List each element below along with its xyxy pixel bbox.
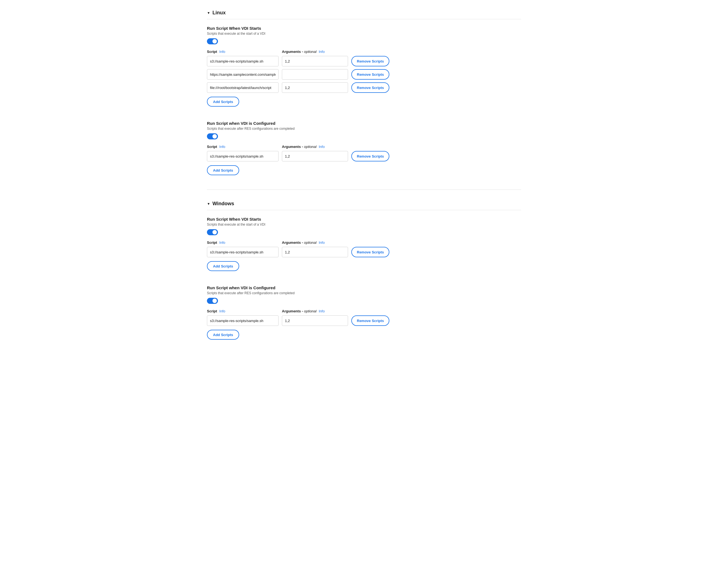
linux-vdi-configured-args-info[interactable]: Info: [319, 144, 325, 149]
windows-vdi-starts-add-btn[interactable]: Add Scripts: [207, 261, 239, 271]
linux-vdi-configured-remove-btn-0[interactable]: Remove Scripts: [351, 151, 389, 161]
windows-vdi-starts: Run Script When VDI Starts Scripts that …: [207, 217, 521, 278]
windows-vdi-starts-args-header-col: Arguments - optional Info: [282, 240, 348, 245]
windows-vdi-configured-args-input-0[interactable]: [282, 315, 348, 326]
windows-vdi-starts-script-input-0[interactable]: [207, 247, 279, 257]
windows-vdi-starts-script-info[interactable]: Info: [219, 240, 226, 245]
linux-vdi-starts-script-input-2[interactable]: [207, 82, 279, 93]
linux-vdi-starts-args-header-col: Arguments - optional Info: [282, 50, 348, 54]
linux-vdi-starts-script-label: Script: [207, 50, 217, 54]
linux-vdi-starts-script-input-0[interactable]: [207, 56, 279, 67]
windows-section-title: Windows: [212, 201, 234, 207]
linux-vdi-configured-toggle[interactable]: [207, 133, 218, 139]
linux-vdi-starts-args-input-2[interactable]: [282, 82, 348, 93]
linux-vdi-starts-headers: Script Info Arguments - optional Info: [207, 50, 521, 54]
linux-vdi-starts-args-input-1[interactable]: [282, 69, 348, 80]
linux-vdi-configured-script-input-0[interactable]: [207, 151, 279, 161]
page-container: ▼ Linux Run Script When VDI Starts Scrip…: [199, 0, 529, 360]
linux-chevron-icon: ▼: [207, 11, 210, 15]
windows-vdi-starts-script-label: Script: [207, 240, 217, 245]
windows-vdi-configured: Run Script when VDI is Configured Script…: [207, 285, 521, 346]
windows-chevron-icon: ▼: [207, 202, 210, 206]
linux-vdi-configured-script-header-col: Script Info: [207, 144, 279, 149]
windows-vdi-starts-title: Run Script When VDI Starts: [207, 217, 521, 221]
linux-vdi-starts-script-input-1[interactable]: [207, 69, 279, 80]
linux-vdi-starts-add-btn[interactable]: Add Scripts: [207, 97, 239, 107]
linux-vdi-starts-row-2: Remove Scripts: [207, 82, 521, 93]
linux-vdi-starts-script-header-col: Script Info: [207, 50, 279, 54]
windows-vdi-starts-headers: Script Info Arguments - optional Info: [207, 240, 521, 245]
linux-vdi-starts: Run Script When VDI Starts Scripts that …: [207, 26, 521, 113]
windows-vdi-configured-args-header-col: Arguments - optional Info: [282, 309, 348, 313]
windows-section-header: ▼ Windows: [207, 196, 521, 210]
windows-vdi-configured-args-info[interactable]: Info: [319, 309, 325, 313]
linux-section-header: ▼ Linux: [207, 5, 521, 19]
windows-vdi-configured-args-label: Arguments - optional: [282, 309, 317, 313]
windows-vdi-configured-row-0: Remove Scripts: [207, 315, 521, 326]
windows-vdi-configured-script-header-col: Script Info: [207, 309, 279, 313]
linux-vdi-configured-headers: Script Info Arguments - optional Info: [207, 144, 521, 149]
windows-vdi-starts-desc: Scripts that execute at the start of a V…: [207, 222, 521, 227]
windows-vdi-configured-title: Run Script when VDI is Configured: [207, 285, 521, 290]
windows-vdi-starts-args-label: Arguments - optional: [282, 240, 317, 245]
linux-vdi-starts-remove-btn-1[interactable]: Remove Scripts: [351, 69, 389, 80]
windows-vdi-starts-script-header-col: Script Info: [207, 240, 279, 245]
linux-vdi-configured: Run Script when VDI is Configured Script…: [207, 121, 521, 182]
linux-vdi-starts-toggle[interactable]: [207, 38, 218, 44]
windows-vdi-starts-args-input-0[interactable]: [282, 247, 348, 257]
linux-vdi-configured-args-label: Arguments - optional: [282, 144, 317, 149]
linux-vdi-starts-args-input-0[interactable]: [282, 56, 348, 67]
linux-vdi-configured-title: Run Script when VDI is Configured: [207, 121, 521, 126]
linux-vdi-starts-remove-btn-0[interactable]: Remove Scripts: [351, 56, 389, 67]
linux-vdi-configured-args-header-col: Arguments - optional Info: [282, 144, 348, 149]
linux-vdi-configured-desc: Scripts that execute after RES configura…: [207, 127, 521, 131]
windows-vdi-configured-desc: Scripts that execute after RES configura…: [207, 291, 521, 295]
linux-vdi-starts-title: Run Script When VDI Starts: [207, 26, 521, 31]
linux-windows-divider: [207, 189, 521, 190]
linux-vdi-starts-row-0: Remove Scripts: [207, 56, 521, 67]
linux-vdi-configured-script-info[interactable]: Info: [219, 144, 226, 149]
linux-vdi-starts-script-info[interactable]: Info: [219, 50, 226, 54]
linux-section-title: Linux: [212, 10, 226, 16]
windows-vdi-starts-row-0: Remove Scripts: [207, 247, 521, 257]
windows-vdi-configured-headers: Script Info Arguments - optional Info: [207, 309, 521, 313]
windows-vdi-configured-script-label: Script: [207, 309, 217, 313]
linux-vdi-configured-args-input-0[interactable]: [282, 151, 348, 161]
linux-vdi-starts-args-info[interactable]: Info: [319, 50, 325, 54]
windows-vdi-starts-toggle[interactable]: [207, 229, 218, 235]
linux-vdi-starts-remove-btn-2[interactable]: Remove Scripts: [351, 82, 389, 93]
linux-vdi-starts-row-1: Remove Scripts: [207, 69, 521, 80]
linux-vdi-starts-args-label: Arguments - optional: [282, 50, 317, 54]
windows-vdi-configured-script-input-0[interactable]: [207, 315, 279, 326]
linux-vdi-configured-row-0: Remove Scripts: [207, 151, 521, 161]
windows-vdi-configured-script-info[interactable]: Info: [219, 309, 226, 313]
windows-vdi-starts-remove-btn-0[interactable]: Remove Scripts: [351, 247, 389, 257]
linux-vdi-configured-script-label: Script: [207, 144, 217, 149]
linux-vdi-configured-add-btn[interactable]: Add Scripts: [207, 165, 239, 175]
windows-vdi-configured-remove-btn-0[interactable]: Remove Scripts: [351, 315, 389, 326]
windows-vdi-configured-toggle[interactable]: [207, 298, 218, 304]
windows-vdi-starts-args-info[interactable]: Info: [319, 240, 325, 245]
linux-vdi-starts-desc: Scripts that execute at the start of a V…: [207, 32, 521, 35]
windows-vdi-configured-add-btn[interactable]: Add Scripts: [207, 330, 239, 340]
